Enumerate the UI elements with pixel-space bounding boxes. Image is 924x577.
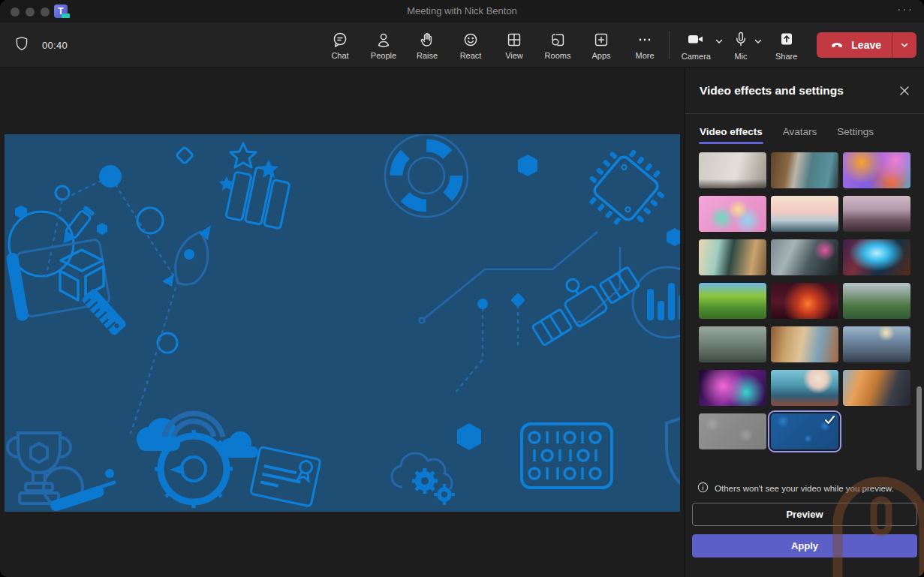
view-grid-icon bbox=[505, 31, 523, 49]
meeting-stage bbox=[0, 68, 684, 577]
effect-thumbnail-halo-landscape[interactable] bbox=[843, 326, 910, 362]
effect-thumbnail-glow-cave-waterfall[interactable] bbox=[843, 239, 910, 275]
apply-button[interactable]: Apply bbox=[692, 534, 917, 557]
background-preview-image bbox=[5, 134, 680, 512]
hangup-icon bbox=[829, 36, 845, 55]
effect-thumbnail-canyon-rover-illustration[interactable] bbox=[843, 196, 910, 232]
effect-thumbnail-pink-nebula[interactable] bbox=[699, 370, 766, 406]
rooms-icon bbox=[549, 31, 567, 49]
leave-button[interactable]: Leave bbox=[817, 32, 916, 58]
preview-notice-text: Others won't see your video while you pr… bbox=[715, 484, 894, 493]
more-ellipsis-icon bbox=[636, 31, 654, 49]
effect-thumbnail-spaceship-interior[interactable] bbox=[771, 239, 838, 275]
effect-thumbnail-gradient-balloons[interactable] bbox=[843, 152, 910, 188]
effect-thumbnail-office-teal-lockers[interactable] bbox=[771, 152, 838, 188]
effect-thumbnail-desert-doorway[interactable] bbox=[771, 326, 838, 362]
effect-thumbnail-minecraft-dungeons[interactable] bbox=[771, 283, 838, 319]
panel-header: Video effects and settings bbox=[685, 68, 924, 114]
effect-thumbnail-sketch-gray-doodles[interactable] bbox=[699, 413, 766, 449]
tab-video-effects[interactable]: Video effects bbox=[700, 126, 763, 144]
more-button[interactable]: More bbox=[625, 31, 665, 60]
effect-thumbnail-islands-moon[interactable] bbox=[771, 370, 838, 406]
effect-thumbnail-pastel-balls-pink[interactable] bbox=[699, 196, 766, 232]
title-bar: T Meeting with Nick Benton ··· bbox=[0, 0, 924, 23]
panel-title: Video effects and settings bbox=[700, 84, 844, 98]
share-icon bbox=[778, 30, 796, 50]
selected-check-icon bbox=[824, 414, 835, 428]
video-effects-panel: Video effects and settings Video effects… bbox=[685, 68, 924, 577]
camera-button[interactable]: Camera bbox=[682, 30, 711, 61]
effect-thumbnail-doodle-blue[interactable] bbox=[771, 413, 838, 449]
preview-button[interactable]: Preview bbox=[692, 503, 917, 526]
leave-label: Leave bbox=[851, 39, 881, 51]
react-button[interactable]: React bbox=[450, 31, 491, 60]
people-icon bbox=[375, 31, 393, 49]
toolbar-divider bbox=[669, 31, 670, 59]
chat-button[interactable]: Chat bbox=[320, 31, 360, 60]
effect-thumbnail-bridge-illustration[interactable] bbox=[771, 196, 838, 232]
apps-button[interactable]: Apps bbox=[581, 31, 622, 60]
background-doodles-image bbox=[5, 134, 680, 512]
effect-thumbnail-cartoon-classroom[interactable] bbox=[699, 239, 766, 275]
effect-thumbnail-office-neutral-wall[interactable] bbox=[699, 152, 766, 188]
window-title: Meeting with Nick Benton bbox=[0, 0, 924, 23]
tab-settings[interactable]: Settings bbox=[837, 126, 874, 144]
meeting-timer: 00:40 bbox=[42, 40, 68, 51]
teams-meeting-window: T Meeting with Nick Benton ··· 00:40 Cha… bbox=[0, 0, 924, 577]
effects-grid bbox=[699, 152, 910, 449]
shield-icon bbox=[14, 35, 30, 56]
camera-options-chevron-icon[interactable] bbox=[714, 36, 724, 50]
chat-icon bbox=[331, 31, 349, 49]
panel-scrollbar-thumb[interactable] bbox=[916, 386, 922, 470]
close-panel-icon[interactable] bbox=[898, 85, 910, 100]
tab-avatars[interactable]: Avatars bbox=[783, 126, 817, 144]
raise-hand-button[interactable]: Raise bbox=[407, 31, 447, 60]
titlebar-overflow-icon[interactable]: ··· bbox=[897, 0, 913, 23]
camera-icon bbox=[686, 30, 706, 50]
raise-hand-icon bbox=[418, 31, 436, 49]
meeting-toolbar: 00:40 Chat People Raise React View bbox=[0, 23, 924, 68]
leave-options-chevron-icon[interactable] bbox=[892, 32, 916, 58]
effect-thumbnail-minecraft-village[interactable] bbox=[699, 283, 766, 319]
apps-icon bbox=[592, 31, 610, 49]
people-button[interactable]: People bbox=[363, 31, 404, 60]
effect-thumbnail-stone-ring-ruins[interactable] bbox=[699, 326, 766, 362]
effect-thumbnail-mountain-valley[interactable] bbox=[843, 283, 910, 319]
info-icon bbox=[697, 482, 709, 494]
react-smiley-icon bbox=[462, 31, 480, 49]
panel-tabs: Video effects Avatars Settings bbox=[700, 126, 874, 144]
mic-options-chevron-icon[interactable] bbox=[753, 36, 763, 50]
mic-icon bbox=[732, 30, 750, 50]
preview-notice: Others won't see your video while you pr… bbox=[697, 482, 894, 494]
share-button[interactable]: Share bbox=[775, 30, 797, 61]
mic-button[interactable]: Mic bbox=[732, 30, 750, 61]
effect-thumbnail-autumn-street[interactable] bbox=[843, 370, 910, 406]
view-button[interactable]: View bbox=[494, 31, 534, 60]
rooms-button[interactable]: Rooms bbox=[537, 31, 578, 60]
